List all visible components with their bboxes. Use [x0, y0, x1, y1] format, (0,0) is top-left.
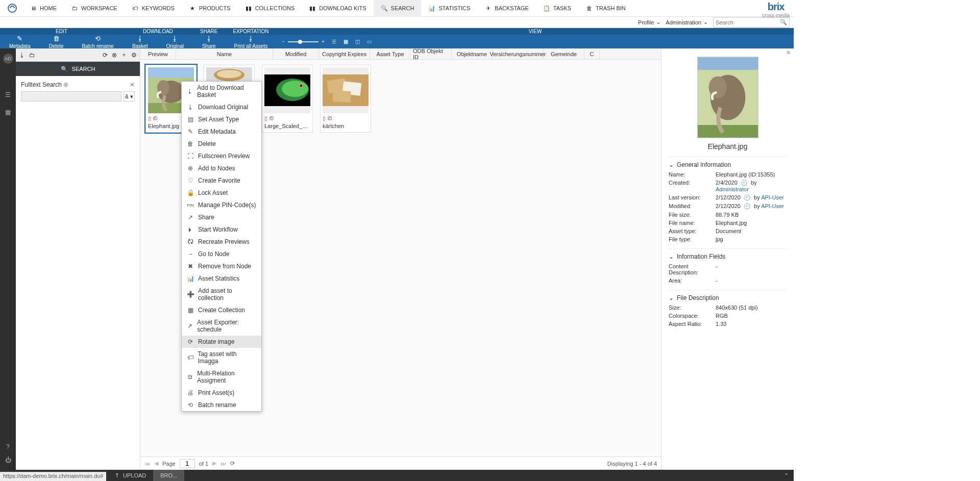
pager-next-icon[interactable]: ▶	[212, 460, 216, 467]
ctx-manage-pin-code-s-[interactable]: PINManage PIN-Code(s)	[182, 199, 261, 211]
print-all-button[interactable]: ⭳Print all Assets	[225, 35, 277, 49]
section-info[interactable]: ⌄Information Fields	[669, 248, 787, 260]
asset-card[interactable]: ▯© kärtchen	[320, 65, 371, 133]
global-search[interactable]: 🔍	[713, 17, 790, 28]
zoom-slider[interactable]: − +	[282, 39, 325, 44]
fulltext-operator[interactable]: & ▾	[124, 91, 135, 102]
col-modified[interactable]: Modified	[273, 48, 319, 59]
ctx-batch-rename[interactable]: ⟲Batch rename	[182, 399, 261, 411]
col-name[interactable]: Name	[176, 48, 273, 59]
nav-backstage[interactable]: ✈BACKSTAGE	[477, 0, 535, 17]
rail-layers-icon[interactable]: ☰	[5, 91, 11, 98]
settings-icon[interactable]: ⚙	[131, 52, 137, 59]
col-odb-objekt-id[interactable]: ODB Objekt ID	[411, 48, 452, 59]
ctx-set-asset-type[interactable]: ▤Set Asset Type	[182, 113, 261, 125]
ctx-fullscreen-preview[interactable]: ⛶Fullscreen Preview	[182, 150, 261, 162]
col-preview[interactable]: Preview	[140, 48, 176, 59]
ctx-go-to-node[interactable]: →Go to Node	[182, 248, 261, 260]
refresh-icon[interactable]: ⟳	[103, 52, 108, 59]
view-split-icon[interactable]: ◫	[353, 38, 362, 46]
ctx-add-to-download-basket[interactable]: ⭳Add to Download Basket	[182, 82, 261, 101]
ctx-asset-exporter-schedule[interactable]: ↗Asset Exporter: schedule	[182, 316, 261, 336]
basket-button[interactable]: ⭳Basket	[123, 35, 157, 49]
user-link[interactable]: Administrator	[716, 186, 749, 192]
ctx-print-asset-s-[interactable]: 🖨Print Asset(s)	[182, 387, 261, 399]
pager-page-input[interactable]	[180, 459, 195, 468]
pager-last-icon[interactable]: ⏭	[220, 461, 226, 467]
add-icon[interactable]: ＋	[121, 50, 127, 59]
ctx-add-to-nodes[interactable]: ⊕Add to Nodes	[182, 162, 261, 174]
nav-tasks[interactable]: 📋TASKS	[536, 0, 578, 17]
nav-home[interactable]: 🖥HOME	[22, 0, 64, 17]
rail-workspace-icon[interactable]: ▦	[5, 109, 11, 116]
ctx-recreate-previews[interactable]: 🗘Recreate Previews	[182, 236, 261, 248]
original-button[interactable]: ⭳Original	[157, 35, 192, 49]
zoom-out-icon[interactable]: −	[282, 39, 285, 44]
browser-tab[interactable]: BRO...	[153, 470, 184, 481]
ctx-start-workflow[interactable]: ⏵Start Workflow	[182, 223, 261, 236]
chevron-up-icon[interactable]: ⌃	[779, 472, 794, 479]
col-copyright-expires[interactable]: Copyright Expires	[319, 48, 370, 59]
detail-preview[interactable]	[697, 57, 758, 138]
view-grid-icon[interactable]: ▦	[341, 38, 351, 46]
nav-collections[interactable]: ▮▮COLLECTIONS	[238, 0, 302, 17]
asset-thumb[interactable]	[264, 67, 310, 113]
ctx-share[interactable]: ↗Share	[182, 211, 261, 223]
ctx-rotate-image[interactable]: ⟳Rotate image	[182, 336, 261, 348]
ctx-lock-asset[interactable]: 🔒Lock Asset	[182, 187, 261, 199]
pager-first-icon[interactable]: ⏮	[144, 461, 150, 467]
nav-trash-bin[interactable]: 🗑TRASH BIN	[578, 0, 633, 17]
batch-rename-button[interactable]: ⟲Batch rename	[73, 35, 123, 49]
nav-keywords[interactable]: 🏷KEYWORDS	[125, 0, 182, 17]
upload-button[interactable]: ⭱UPLOAD	[107, 472, 153, 478]
clear-icon[interactable]: ⊗	[112, 52, 117, 59]
search-run-button[interactable]: 🔍 SEARCH	[16, 62, 140, 76]
close-icon[interactable]: ✕	[786, 49, 791, 56]
ctx-delete[interactable]: 🗑Delete	[182, 138, 261, 150]
global-search-input[interactable]	[714, 18, 780, 27]
col-c[interactable]: C	[584, 48, 600, 59]
asset-card[interactable]: ▯© Large_Scaled_Fores...	[262, 65, 313, 133]
col-versicherungsnummer[interactable]: Versicherungsnummer	[493, 48, 544, 59]
pager-refresh-icon[interactable]: ⟳	[230, 460, 235, 467]
ctx-create-collection[interactable]: ▦Create Collection	[182, 304, 261, 316]
close-icon[interactable]: ✕	[130, 81, 135, 88]
profile-dropdown[interactable]: Profile⌄	[638, 19, 660, 26]
ctx-tag-asset-with-imagga[interactable]: 🏷Tag asset with Imagga	[182, 348, 261, 367]
ctx-add-asset-to-collection[interactable]: ➕Add asset to collection	[182, 285, 261, 304]
ctx-remove-from-node[interactable]: ✖Remove from Node	[182, 260, 261, 272]
nav-search[interactable]: 🔍SEARCH	[374, 0, 422, 17]
metadata-button[interactable]: ✎Metadata	[0, 35, 40, 49]
zoom-in-icon[interactable]: +	[322, 39, 325, 44]
view-list-icon[interactable]: ☰	[330, 38, 339, 46]
nav-products[interactable]: ★PRODUCTS	[182, 0, 238, 17]
folder-icon[interactable]: 🗀	[29, 52, 35, 59]
rail-help-icon[interactable]: ?	[6, 443, 10, 450]
user-link[interactable]: API-User	[761, 203, 784, 209]
ctx-multi-relation-assigment[interactable]: ⧉Multi-Relation Assigment	[182, 367, 261, 387]
nav-statistics[interactable]: 📊STATISTICS	[421, 0, 477, 17]
asset-grid[interactable]: ▯© Elephant.jpg ▯© ▯© Large_Scaled_Fores…	[140, 60, 661, 457]
section-general[interactable]: ⌄General Information	[669, 157, 787, 168]
rail-power-icon[interactable]: ⏻	[5, 457, 11, 464]
delete-button[interactable]: 🗑Delete	[40, 35, 73, 49]
col-objektname[interactable]: Objektname	[452, 48, 493, 59]
nav-download-kits[interactable]: ▮▮DOWNLOAD KITS	[302, 0, 373, 17]
search-icon[interactable]: 🔍	[780, 19, 787, 26]
admin-dropdown[interactable]: Administration⌄	[666, 19, 708, 26]
ctx-download-original[interactable]: ⭳Download Original	[182, 101, 261, 113]
col-asset-type[interactable]: Asset Type	[370, 48, 411, 59]
ctx-edit-metadata[interactable]: ✎Edit Metadata	[182, 125, 261, 138]
user-link[interactable]: API-User	[761, 194, 784, 200]
section-file[interactable]: ⌄File Description	[669, 290, 787, 301]
app-logo[interactable]	[6, 2, 18, 14]
pager-prev-icon[interactable]: ◀	[154, 460, 158, 467]
asset-thumb[interactable]	[206, 67, 252, 83]
col-gemeinde[interactable]: Gemeinde	[544, 48, 584, 59]
asset-thumb[interactable]	[323, 67, 369, 113]
download-icon[interactable]: ⭳	[19, 52, 25, 59]
avatar[interactable]: AD	[3, 54, 13, 64]
view-detail-icon[interactable]: ▭	[364, 38, 374, 46]
nav-workspace[interactable]: 🗀WORKSPACE	[64, 0, 125, 17]
ctx-create-favorite[interactable]: ♡Create Favorite	[182, 174, 261, 187]
